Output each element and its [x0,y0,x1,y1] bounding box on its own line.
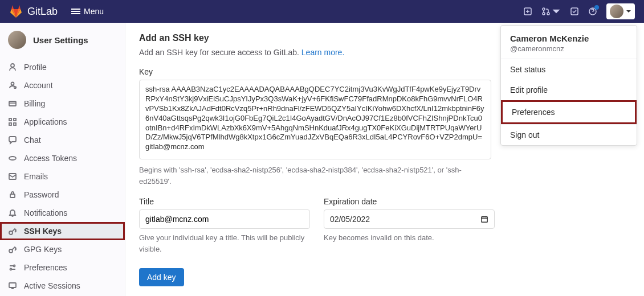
sidebar-item-label: Preferences [24,263,67,272]
expires-label: Expiration date [324,197,495,206]
user-dropdown: Cameron McKenzie @cameronmcnz Set status… [500,25,637,146]
svg-point-1 [543,8,545,10]
svg-rect-21 [9,283,16,287]
menu-button[interactable]: Menu [67,5,108,18]
merge-requests-icon[interactable] [541,7,561,16]
sidebar-item-billing[interactable]: Billing [0,94,125,113]
dropdown-user-handle: @cameronmcnz [510,44,627,53]
notification-dot [594,5,599,10]
sidebar-title: User Settings [33,35,88,45]
key-icon [8,227,17,236]
sidebar-item-applications[interactable]: Applications [0,113,125,131]
notifications-icon [8,208,17,217]
header-actions [523,3,635,19]
profile-icon [8,63,17,72]
help-icon[interactable] [588,7,597,16]
applications-icon [8,117,17,126]
sidebar-item-active-sessions[interactable]: Active Sessions [0,277,125,295]
sidebar-item-label: Notifications [24,208,67,217]
dropdown-user-head: Cameron McKenzie @cameronmcnz [501,26,637,59]
sidebar-item-label: SSH Keys [24,227,62,236]
dropdown-edit-profile[interactable]: Edit profile [501,80,637,100]
svg-rect-16 [10,194,15,198]
sidebar-item-preferences[interactable]: Preferences [0,258,125,277]
dropdown-user-name: Cameron McKenzie [510,34,627,43]
dropdown-set-status[interactable]: Set status [501,59,637,80]
add-key-button[interactable]: Add key [139,268,184,286]
sidebar-item-label: Profile [24,63,47,72]
svg-point-7 [11,83,14,85]
sidebar-item-label: Billing [24,99,45,108]
svg-point-19 [14,265,15,267]
sidebar-item-gpg-keys[interactable]: GPG Keys [0,240,125,258]
todos-icon[interactable] [570,7,579,16]
sidebar: User Settings Profile Account Billing Ap… [0,23,125,296]
svg-rect-12 [9,123,11,125]
svg-point-2 [543,13,545,15]
svg-point-6 [11,64,14,67]
title-helper: Give your individual key a title. This w… [139,232,310,254]
hamburger-icon [71,7,80,15]
tokens-icon [8,154,17,163]
menu-button-label: Menu [84,7,104,16]
chat-icon [8,135,17,145]
emails-icon [8,172,17,181]
billing-icon [8,99,17,108]
gitlab-logo-wrap[interactable]: GitLab [9,5,58,18]
sidebar-item-label: Chat [24,135,41,145]
preferences-icon [8,263,17,272]
key-icon [8,245,17,254]
learn-more-link[interactable]: Learn more. [301,48,344,57]
top-header: GitLab Menu [0,0,644,23]
svg-rect-22 [482,217,488,223]
key-textarea[interactable] [139,80,491,159]
sidebar-item-label: Active Sessions [24,281,80,290]
calendar-icon [480,215,488,223]
sidebar-title-row: User Settings [0,23,125,55]
sidebar-item-chat[interactable]: Chat [0,131,125,149]
dropdown-preferences[interactable]: Preferences [501,100,637,124]
sidebar-item-access-tokens[interactable]: Access Tokens [0,149,125,167]
password-icon [8,190,17,199]
user-avatar-button[interactable] [606,3,635,19]
expires-helper: Key becomes invalid on this date. [324,232,495,244]
svg-rect-9 [9,101,16,106]
svg-point-3 [547,13,549,15]
sidebar-item-ssh-keys[interactable]: SSH Keys [0,222,125,240]
brand-name: GitLab [27,6,58,18]
account-icon [8,81,17,90]
svg-rect-13 [14,123,16,125]
sidebar-item-notifications[interactable]: Notifications [0,204,125,222]
sidebar-avatar-icon [8,31,26,49]
chevron-down-icon [626,9,631,14]
svg-point-20 [10,269,12,270]
sidebar-item-profile[interactable]: Profile [0,58,125,76]
sidebar-item-emails[interactable]: Emails [0,167,125,186]
create-new-icon[interactable] [523,7,532,16]
sidebar-item-label: Access Tokens [24,154,77,163]
sessions-icon [8,281,17,290]
sidebar-item-label: Emails [24,172,48,181]
sidebar-item-label: Applications [24,117,67,126]
avatar-icon [610,5,623,18]
svg-rect-10 [9,118,11,121]
expires-value: 02/05/2022 [330,215,370,224]
title-input[interactable] [139,209,310,229]
dropdown-sign-out[interactable]: Sign out [501,125,637,145]
sidebar-item-account[interactable]: Account [0,76,125,94]
title-label: Title [139,197,310,206]
svg-rect-11 [14,118,16,121]
sidebar-item-label: GPG Keys [24,245,62,254]
sidebar-item-label: Account [24,81,53,90]
sidebar-item-label: Password [24,190,59,199]
expires-input[interactable]: 02/05/2022 [324,209,495,229]
sidebar-item-password[interactable]: Password [0,186,125,204]
gitlab-logo-icon [9,5,23,18]
key-helper: Begins with 'ssh-rsa', 'ecdsa-sha2-nistp… [139,165,491,187]
